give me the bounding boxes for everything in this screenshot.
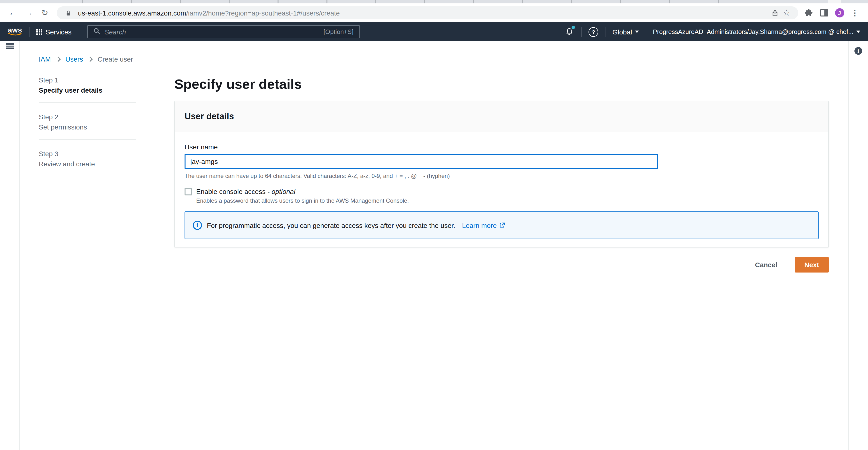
search-placeholder: Search bbox=[104, 28, 126, 36]
account-menu[interactable]: ProgressAzureAD_Administrators/Jay.Sharm… bbox=[653, 28, 860, 35]
console-access-label: Enable console access - optional bbox=[196, 188, 295, 195]
chevron-down-icon bbox=[857, 31, 860, 33]
card-header: User details bbox=[175, 101, 828, 132]
share-icon[interactable] bbox=[769, 7, 781, 19]
main-panel: IAM Users Create user Step 1 Specify use… bbox=[20, 41, 848, 450]
right-rail: i bbox=[848, 41, 868, 450]
aws-top-nav: aws Services Search [Option+S] ? Global bbox=[0, 22, 868, 41]
url-path: /iamv2/home?region=ap-southeast-1#/users… bbox=[186, 9, 340, 17]
learn-more-link[interactable]: Learn more bbox=[462, 221, 505, 229]
wizard-step-1[interactable]: Step 1 Specify user details bbox=[39, 76, 135, 103]
step-title: Set permissions bbox=[39, 123, 135, 132]
user-details-card: User details User name The user name can… bbox=[175, 101, 829, 247]
browser-menu-icon[interactable]: ⋮ bbox=[848, 6, 861, 19]
console-content: IAM Users Create user Step 1 Specify use… bbox=[0, 41, 868, 450]
breadcrumb: IAM Users Create user bbox=[39, 55, 848, 63]
wizard-step-3[interactable]: Step 3 Review and create bbox=[39, 140, 135, 176]
region-label: Global bbox=[613, 28, 632, 36]
step-label: Step 1 bbox=[39, 76, 135, 84]
left-rail bbox=[0, 41, 20, 450]
nav-divider bbox=[646, 26, 646, 37]
info-panel-icon[interactable]: i bbox=[855, 47, 862, 55]
url-text[interactable]: us-east-1.console.aws.amazon.com/iamv2/h… bbox=[78, 9, 340, 17]
browser-profile-avatar[interactable]: J bbox=[833, 6, 846, 19]
search-icon bbox=[93, 27, 100, 36]
url-host: us-east-1.console.aws.amazon.com bbox=[78, 9, 186, 17]
aws-logo[interactable]: aws bbox=[8, 27, 22, 36]
notifications-bell-icon[interactable] bbox=[564, 26, 575, 37]
breadcrumb-iam-link[interactable]: IAM bbox=[39, 55, 51, 63]
cancel-button[interactable]: Cancel bbox=[752, 260, 780, 269]
wizard-step-2[interactable]: Step 2 Set permissions bbox=[39, 103, 135, 140]
username-input[interactable] bbox=[185, 154, 658, 169]
step-title: Specify user details bbox=[39, 86, 135, 94]
breadcrumb-users-link[interactable]: Users bbox=[65, 55, 83, 63]
console-access-checkbox[interactable] bbox=[185, 188, 192, 195]
region-selector[interactable]: Global bbox=[613, 28, 639, 36]
side-panel-icon[interactable] bbox=[817, 6, 830, 19]
breadcrumb-current: Create user bbox=[98, 55, 133, 63]
chevron-right-icon bbox=[88, 56, 93, 62]
lock-icon[interactable] bbox=[62, 7, 74, 19]
reload-icon[interactable]: ↻ bbox=[38, 6, 51, 20]
services-label: Services bbox=[45, 28, 71, 36]
notification-dot bbox=[572, 25, 575, 29]
account-label: ProgressAzureAD_Administrators/Jay.Sharm… bbox=[653, 28, 854, 35]
help-icon[interactable]: ? bbox=[589, 27, 598, 37]
info-icon: i bbox=[193, 221, 202, 230]
step-title: Review and create bbox=[39, 160, 135, 168]
search-shortcut: [Option+S] bbox=[323, 28, 353, 35]
wizard-footer: Cancel Next bbox=[175, 257, 829, 273]
screen: ← → ↻ us-east-1.console.aws.amazon.com/i… bbox=[0, 0, 868, 450]
alert-text: For programmatic access, you can generat… bbox=[207, 221, 455, 229]
bookmark-star-icon[interactable]: ☆ bbox=[781, 7, 793, 19]
nav-divider bbox=[29, 26, 30, 37]
step-label: Step 3 bbox=[39, 149, 135, 158]
optional-label: optional bbox=[272, 188, 295, 195]
services-menu[interactable]: Services bbox=[36, 28, 71, 36]
back-icon[interactable]: ← bbox=[6, 6, 20, 20]
page-title: Specify user details bbox=[175, 76, 829, 93]
aws-search-bar[interactable]: Search [Option+S] bbox=[87, 25, 360, 38]
username-label: User name bbox=[185, 142, 818, 152]
address-bar[interactable]: us-east-1.console.aws.amazon.com/iamv2/h… bbox=[57, 6, 798, 20]
info-alert: i For programmatic access, you can gener… bbox=[185, 212, 818, 239]
tab-strip-gap bbox=[828, 0, 841, 3]
tab-separators bbox=[34, 0, 761, 3]
forward-icon[interactable]: → bbox=[22, 6, 35, 20]
browser-toolbar: ← → ↻ us-east-1.console.aws.amazon.com/i… bbox=[0, 3, 868, 22]
extensions-puzzle-icon[interactable] bbox=[802, 6, 815, 19]
external-link-icon bbox=[499, 222, 505, 228]
nav-divider bbox=[605, 26, 606, 37]
hamburger-menu-icon[interactable] bbox=[6, 43, 14, 49]
chevron-right-icon bbox=[55, 56, 61, 62]
services-grid-icon bbox=[36, 29, 42, 35]
username-helper-text: The user name can have up to 64 characte… bbox=[185, 172, 818, 180]
card-body: User name The user name can have up to 6… bbox=[175, 132, 828, 247]
step-label: Step 2 bbox=[39, 113, 135, 121]
browser-tab-strip[interactable] bbox=[0, 0, 868, 3]
wizard-steps-nav: Step 1 Specify user details Step 2 Set p… bbox=[39, 76, 135, 273]
console-access-description: Enables a password that allows users to … bbox=[196, 197, 818, 205]
nav-right-group: ? Global ProgressAzureAD_Administrators/… bbox=[564, 26, 860, 37]
next-button[interactable]: Next bbox=[795, 257, 829, 273]
nav-divider bbox=[582, 26, 582, 37]
toolbar-right-icons: J ⋮ bbox=[802, 6, 863, 19]
chevron-down-icon bbox=[635, 31, 639, 33]
